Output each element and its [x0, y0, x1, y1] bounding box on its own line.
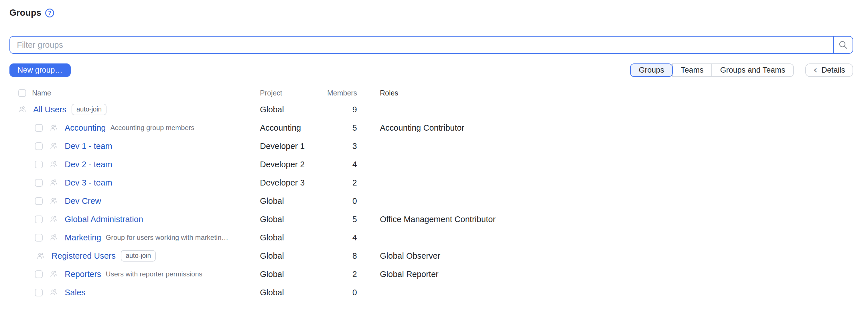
row-name-cell: Registered Users auto-join [0, 250, 260, 261]
members-cell: 4 [327, 160, 357, 169]
header-name-cell: Name [0, 89, 260, 97]
users-group-icon [50, 288, 58, 296]
roles-cell: Global Observer [357, 251, 868, 261]
table-row[interactable]: Dev 1 - team Developer 1 3 [0, 137, 868, 155]
roles-cell: Office Management Contributor [357, 215, 868, 224]
row-name-cell: Dev 3 - team [0, 178, 260, 187]
table-row[interactable]: Dev 2 - team Developer 2 4 [0, 155, 868, 174]
users-group-icon [37, 252, 45, 260]
table-row[interactable]: Global Administration Global 5 Office Ma… [0, 210, 868, 228]
members-cell: 0 [327, 196, 357, 206]
row-checkbox[interactable] [35, 216, 43, 223]
row-name-cell: Global Administration [0, 215, 260, 224]
column-header-name: Name [32, 89, 51, 97]
table-row[interactable]: Dev Crew Global 0 [0, 192, 868, 210]
users-group-icon [50, 270, 58, 278]
group-name-link[interactable]: Marketing [65, 233, 101, 242]
project-cell: Global [260, 196, 327, 206]
members-cell: 8 [327, 251, 357, 261]
row-checkbox[interactable] [35, 234, 43, 242]
row-checkbox[interactable] [35, 160, 43, 168]
project-cell: Developer 2 [260, 160, 327, 169]
members-cell: 9 [327, 105, 357, 114]
row-checkbox[interactable] [35, 179, 43, 187]
title-bar: Groups ? [0, 0, 868, 26]
row-checkbox[interactable] [35, 271, 43, 278]
users-group-icon [50, 142, 58, 150]
chevron-left-icon: ‹ [813, 65, 817, 75]
table-row[interactable]: Registered Users auto-join Global 8 Glob… [0, 247, 868, 265]
group-description: Users with reporter permissions [106, 270, 202, 278]
users-group-icon [50, 179, 58, 187]
actions-row: New group… Groups Teams Groups and Teams… [9, 64, 853, 77]
users-group-icon [50, 234, 58, 242]
tab-groups-and-teams[interactable]: Groups and Teams [711, 64, 794, 77]
new-group-button[interactable]: New group… [9, 64, 71, 77]
users-group-icon [18, 105, 26, 113]
filter-groups-input[interactable] [10, 37, 833, 53]
users-group-icon [50, 124, 58, 132]
row-checkbox[interactable] [35, 124, 43, 132]
group-name-link[interactable]: Dev 1 - team [65, 142, 112, 151]
page-title: Groups [9, 8, 41, 18]
users-group-icon [50, 215, 58, 223]
auto-join-badge: auto-join [71, 104, 106, 115]
tab-teams[interactable]: Teams [672, 64, 712, 77]
row-name-cell: Dev 2 - team [0, 160, 260, 169]
project-cell: Global [260, 105, 327, 114]
members-cell: 2 [327, 270, 357, 279]
column-header-project: Project [260, 89, 327, 97]
project-cell: Developer 3 [260, 178, 327, 187]
project-cell: Global [260, 288, 327, 297]
row-checkbox[interactable] [35, 289, 43, 296]
group-description: Group for users working with marketin… [106, 234, 228, 242]
row-name-cell: Sales [0, 288, 260, 297]
group-name-link[interactable]: Global Administration [65, 215, 143, 224]
group-name-link[interactable]: Accounting [65, 123, 106, 133]
project-cell: Developer 1 [260, 142, 327, 151]
row-name-cell: Reporters Users with reporter permission… [0, 270, 260, 279]
group-name-link[interactable]: Registered Users [52, 251, 116, 261]
row-name-cell: Marketing Group for users working with m… [0, 233, 260, 242]
help-icon[interactable]: ? [45, 8, 54, 17]
users-group-icon [50, 197, 58, 205]
filter-group-container [9, 36, 853, 54]
group-name-link[interactable]: Sales [65, 288, 86, 297]
project-cell: Accounting [260, 123, 327, 133]
group-name-link[interactable]: Dev 2 - team [65, 160, 112, 169]
table-row[interactable]: Dev 3 - team Developer 3 2 [0, 174, 868, 192]
project-cell: Global [260, 270, 327, 279]
project-cell: Global [260, 215, 327, 224]
project-cell: Global [260, 251, 327, 261]
table-row[interactable]: All Users auto-join Global 9 [0, 100, 868, 119]
table-row[interactable]: Accounting Accounting group members Acco… [0, 119, 868, 137]
group-name-link[interactable]: All Users [33, 105, 66, 114]
group-name-link[interactable]: Dev 3 - team [65, 178, 112, 187]
tab-groups[interactable]: Groups [630, 64, 673, 77]
roles-cell: Accounting Contributor [357, 123, 868, 133]
details-button[interactable]: ‹ Details [805, 64, 853, 77]
members-cell: 5 [327, 123, 357, 133]
table-row[interactable]: Reporters Users with reporter permission… [0, 265, 868, 283]
details-button-label: Details [822, 66, 845, 75]
select-all-checkbox[interactable] [18, 89, 26, 97]
row-checkbox[interactable] [35, 197, 43, 205]
group-name-link[interactable]: Reporters [65, 270, 101, 279]
group-name-link[interactable]: Dev Crew [65, 196, 101, 206]
row-name-cell: All Users auto-join [0, 104, 260, 115]
members-cell: 0 [327, 288, 357, 297]
members-cell: 3 [327, 142, 357, 151]
users-group-icon [50, 160, 58, 168]
members-cell: 5 [327, 215, 357, 224]
roles-cell: Global Reporter [357, 270, 868, 279]
table-row[interactable]: Sales Global 0 [0, 283, 868, 301]
search-icon [838, 40, 848, 50]
search-button[interactable] [834, 37, 852, 53]
members-cell: 4 [327, 233, 357, 242]
row-name-cell: Accounting Accounting group members [0, 123, 260, 133]
column-header-roles: Roles [357, 89, 868, 97]
groups-table: Name Project Members Roles All Users aut… [0, 86, 868, 301]
row-checkbox[interactable] [35, 142, 43, 150]
table-row[interactable]: Marketing Group for users working with m… [0, 228, 868, 247]
actions-right: Groups Teams Groups and Teams ‹ Details [630, 64, 853, 77]
